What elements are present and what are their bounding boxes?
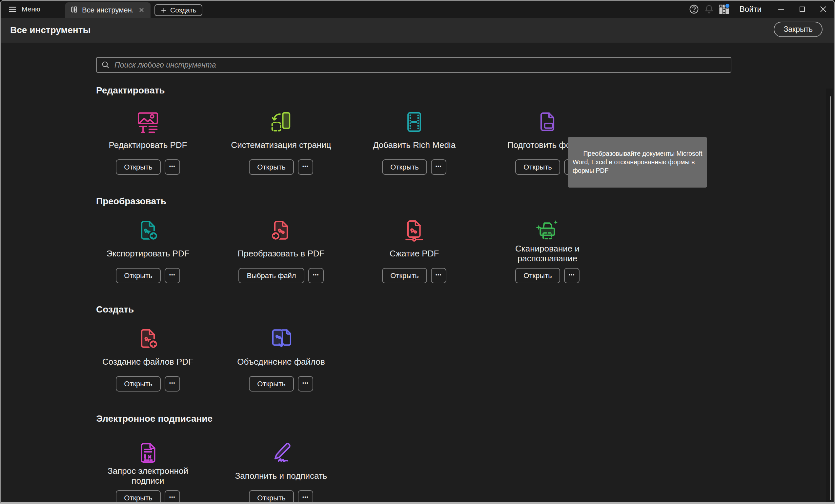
tool-card: Сканирование и распознаваниеОткрыть•••: [482, 218, 613, 283]
rich-media-icon: [349, 109, 480, 135]
fill-sign-icon: [216, 440, 347, 465]
more-options-button[interactable]: •••: [564, 268, 579, 283]
help-button[interactable]: [687, 2, 701, 17]
tool-card: Редактировать PDFОткрыть•••: [82, 109, 213, 175]
section-title: Преобразовать: [96, 196, 166, 207]
open-button[interactable]: Открыть: [249, 159, 293, 175]
more-options-button[interactable]: •••: [431, 159, 446, 175]
notifications-button[interactable]: [701, 2, 717, 17]
open-button[interactable]: Открыть: [116, 268, 160, 283]
tab-all-tools[interactable]: Все инструмен...: [65, 2, 150, 18]
tool-card: Преобразовать в PDFВыбрать файл•••: [216, 218, 347, 283]
tool-actions: Открыть•••: [216, 159, 347, 175]
more-options-button[interactable]: •••: [165, 490, 180, 504]
content: РедактироватьРедактировать PDFОткрыть•••…: [1, 43, 834, 502]
open-button[interactable]: Открыть: [515, 159, 560, 175]
export-pdf-icon: [82, 218, 213, 243]
edit-pdf-icon: [82, 109, 213, 135]
tool-actions: Открыть•••: [482, 268, 613, 283]
tool-actions: Выбрать файл•••: [216, 268, 347, 283]
request-signature-icon: [82, 440, 213, 465]
apps-button[interactable]: [717, 2, 732, 17]
sign-in-button[interactable]: Войти: [732, 5, 771, 14]
menu-button[interactable]: Меню: [1, 1, 46, 18]
scan-ocr-icon: [482, 218, 613, 243]
maximize-icon: [798, 5, 806, 13]
open-button[interactable]: Открыть: [382, 268, 427, 283]
scrollbar[interactable]: [826, 88, 833, 502]
search-input[interactable]: [115, 61, 727, 69]
tool-label: Экспортировать PDF: [82, 243, 213, 264]
tab-label: Все инструмен...: [82, 6, 133, 15]
section-title: Редактировать: [96, 85, 165, 96]
tool-label: Создание файлов PDF: [82, 351, 213, 372]
tool-card: Создание файлов PDFОткрыть•••: [82, 326, 213, 391]
tool-actions: Открыть•••: [216, 490, 347, 504]
menu-label: Меню: [22, 5, 40, 13]
page-title: Все инструменты: [10, 25, 90, 35]
open-button[interactable]: Открыть: [382, 159, 427, 175]
search-icon: [101, 60, 110, 70]
maximize-button[interactable]: [792, 1, 813, 18]
bell-icon: [704, 4, 714, 15]
tool-label: Заполнить и подписать: [216, 465, 347, 486]
titlebar: Меню Все инструмен... Создать: [1, 1, 834, 18]
tool-card: Добавить Rich MediaОткрыть•••: [349, 109, 480, 175]
help-icon: [689, 4, 699, 15]
create-pdf-icon: [82, 326, 213, 351]
open-button[interactable]: Открыть: [515, 268, 560, 283]
minimize-button[interactable]: [771, 1, 792, 18]
tool-actions: Открыть•••: [349, 268, 480, 283]
combine-files-icon: [216, 326, 347, 351]
section-title: Электронное подписание: [96, 414, 212, 424]
tooltip-text: Преобразовывайте документы Microsoft Wor…: [573, 150, 702, 174]
tool-label: Редактировать PDF: [82, 135, 213, 156]
close-tools-button[interactable]: Закрыть: [774, 22, 822, 37]
open-button[interactable]: Открыть: [249, 376, 293, 391]
tab-close-icon[interactable]: [137, 5, 146, 15]
open-button[interactable]: Открыть: [116, 490, 160, 504]
acrobat-window: Меню Все инструмен... Создать: [0, 0, 835, 504]
more-options-button[interactable]: •••: [165, 159, 180, 175]
create-button[interactable]: Создать: [155, 4, 202, 16]
tool-card: Сжатие PDFОткрыть•••: [349, 218, 480, 283]
more-options-button[interactable]: •••: [298, 376, 313, 391]
titlebar-right: Войти: [687, 1, 834, 18]
select-file-button[interactable]: Выбрать файл: [239, 268, 304, 283]
tools-icon: [70, 6, 78, 14]
open-button[interactable]: Открыть: [249, 490, 293, 504]
notification-dot: [725, 3, 730, 8]
tool-actions: Открыть•••: [349, 159, 480, 175]
open-button[interactable]: Открыть: [116, 159, 160, 175]
convert-pdf-icon: [216, 218, 347, 243]
more-options-button[interactable]: •••: [298, 490, 313, 504]
scrollbar-thumb[interactable]: [830, 96, 831, 500]
more-options-button[interactable]: •••: [431, 268, 446, 283]
section-title: Создать: [96, 304, 134, 315]
tool-actions: Открыть•••: [82, 376, 213, 391]
organize-pages-icon: [216, 109, 347, 135]
open-button[interactable]: Открыть: [116, 376, 160, 391]
more-options-button[interactable]: •••: [308, 268, 324, 283]
close-window-button[interactable]: [813, 1, 834, 18]
tool-actions: Открыть•••: [82, 490, 213, 504]
hamburger-icon: [8, 5, 17, 14]
tool-card: Систематизация страницОткрыть•••: [216, 109, 347, 175]
page-header: Все инструменты Закрыть: [1, 18, 834, 43]
more-options-button[interactable]: •••: [165, 376, 180, 391]
prepare-form-icon: [482, 109, 613, 135]
tool-card: Запрос электронной подписиОткрыть•••: [82, 440, 213, 504]
more-options-button[interactable]: •••: [165, 268, 180, 283]
minimize-icon: [777, 5, 786, 14]
compress-pdf-icon: [349, 218, 480, 243]
tool-label: Сжатие PDF: [349, 243, 480, 264]
tool-actions: Открыть•••: [82, 268, 213, 283]
tool-card: Заполнить и подписатьОткрыть•••: [216, 440, 347, 504]
tool-actions: Открыть•••: [216, 376, 347, 391]
more-options-button[interactable]: •••: [298, 159, 313, 175]
apps-grid-icon: [718, 3, 730, 15]
create-label: Создать: [170, 6, 197, 14]
tool-label: Запрос электронной подписи: [82, 465, 213, 486]
close-window-icon: [819, 5, 828, 14]
tool-label: Сканирование и распознавание: [482, 243, 613, 264]
